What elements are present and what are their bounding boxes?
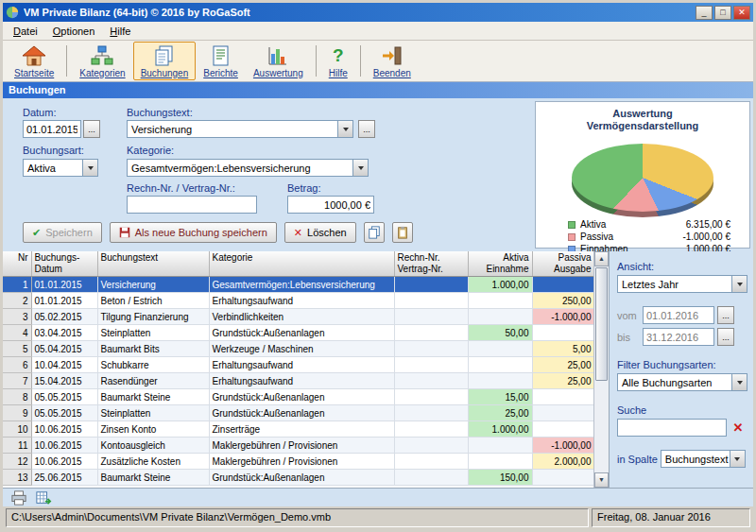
cell-datum[interactable]: 25.06.2015	[31, 470, 97, 486]
kategorie-combo[interactable]: Gesamtvermögen:Lebensversicherung	[127, 159, 369, 177]
scroll-up-icon[interactable]: ▲	[594, 251, 609, 266]
cell-datum[interactable]: 10.06.2015	[31, 454, 97, 470]
cell-passiva[interactable]: 250,00	[532, 293, 594, 309]
bis-input[interactable]	[643, 328, 714, 346]
chevron-down-icon[interactable]	[730, 451, 745, 467]
cell-kategorie[interactable]: Erhaltungsaufwand	[209, 373, 394, 389]
cell-text[interactable]: Schubkarre	[97, 357, 209, 373]
cell-rechn[interactable]	[394, 341, 468, 357]
clear-search-icon[interactable]: ✕	[730, 420, 747, 437]
cell-rechn[interactable]	[394, 357, 468, 373]
cell-kategorie[interactable]: Grundstück:Außenanlagen	[209, 325, 394, 341]
cell-text[interactable]: Steinplatten	[97, 405, 209, 421]
cell-rechn[interactable]	[394, 438, 468, 454]
table-row[interactable]: 305.02.2015Tilgung FinanzierungVerbindli…	[3, 309, 594, 325]
cell-kategorie[interactable]: Erhaltungsaufwand	[209, 293, 394, 309]
table-scrollbar[interactable]: ▲ ▼	[593, 251, 609, 488]
table-row[interactable]: 715.04.2015RasendüngerErhaltungsaufwand2…	[3, 373, 594, 389]
cell-aktiva[interactable]	[468, 454, 532, 470]
header-aktiva[interactable]: Aktiva Einnahme	[468, 251, 532, 277]
cell-passiva[interactable]	[532, 277, 594, 293]
cell-datum[interactable]: 05.04.2015	[31, 341, 97, 357]
cell-passiva[interactable]: -1.000,00	[532, 309, 594, 325]
cell-rechn[interactable]	[394, 389, 468, 405]
cell-passiva[interactable]: -1.000,00	[532, 438, 594, 454]
header-buchungstext[interactable]: Buchungstext	[97, 251, 209, 277]
cell-kategorie[interactable]: Gesamtvermögen:Lebensversicherung	[209, 277, 394, 293]
cell-text[interactable]: Beton / Estrich	[97, 293, 209, 309]
cell-text[interactable]: Baumarkt Bits	[97, 341, 209, 357]
cell-text[interactable]: Kontoausgleich	[97, 438, 209, 454]
cell-kategorie[interactable]: Grundstück:Außenanlagen	[209, 470, 394, 486]
table-row[interactable]: 610.04.2015SchubkarreErhaltungsaufwand25…	[3, 357, 594, 373]
table-row[interactable]: 1325.06.2015Baumarkt SteineGrundstück:Au…	[3, 470, 594, 486]
cell-passiva[interactable]	[532, 405, 594, 421]
rechn-nr-input[interactable]	[127, 196, 257, 214]
cell-kategorie[interactable]: Grundstück:Außenanlagen	[209, 405, 394, 421]
cell-kategorie[interactable]: Maklergebühren / Provisionen	[209, 438, 394, 454]
cell-datum[interactable]: 01.01.2015	[31, 277, 97, 293]
cell-datum[interactable]: 05.05.2015	[31, 405, 97, 421]
minimize-button[interactable]: _	[696, 6, 713, 20]
cell-nr[interactable]: 12	[3, 454, 31, 470]
toolbar-kategorien[interactable]: Kategorien	[72, 42, 132, 80]
table-row[interactable]: 1110.06.2015KontoausgleichMaklergebühren…	[3, 438, 594, 454]
cell-aktiva[interactable]	[468, 293, 532, 309]
cell-aktiva[interactable]: 1.000,00	[468, 277, 532, 293]
cell-datum[interactable]: 15.04.2015	[31, 373, 97, 389]
cell-nr[interactable]: 5	[3, 341, 31, 357]
print-button[interactable]	[9, 489, 29, 506]
cell-nr[interactable]: 8	[3, 389, 31, 405]
vom-picker-button[interactable]: ...	[717, 306, 734, 324]
scroll-thumb[interactable]	[595, 267, 608, 381]
buchungstext-more-button[interactable]: ...	[358, 120, 375, 138]
menu-datei[interactable]: Datei	[6, 24, 45, 39]
toolbar-beenden[interactable]: Beenden	[366, 42, 419, 80]
cell-aktiva[interactable]	[468, 357, 532, 373]
cell-aktiva[interactable]	[468, 309, 532, 325]
cell-text[interactable]: Versicherung	[97, 277, 209, 293]
chevron-down-icon[interactable]	[352, 160, 368, 176]
toolbar-hilfe[interactable]: ? Hilfe	[321, 42, 355, 80]
cell-datum[interactable]: 10.06.2015	[31, 421, 97, 438]
table-row[interactable]: 805.05.2015Baumarkt SteineGrundstück:Auß…	[3, 389, 594, 405]
speichern-button[interactable]: ✔ Speichern	[23, 222, 102, 243]
datum-input[interactable]	[23, 120, 81, 138]
cell-nr[interactable]: 7	[3, 373, 31, 389]
cell-datum[interactable]: 10.04.2015	[31, 357, 97, 373]
chevron-down-icon[interactable]	[731, 276, 747, 292]
cell-aktiva[interactable]	[468, 373, 532, 389]
scroll-down-icon[interactable]: ▼	[594, 472, 609, 488]
table-row[interactable]: 1010.06.2015Zinsen KontoZinserträge1.000…	[3, 421, 594, 438]
cell-rechn[interactable]	[394, 373, 468, 389]
betrag-input[interactable]	[287, 196, 374, 214]
loeschen-button[interactable]: ✕ Löschen	[284, 222, 356, 243]
paste-booking-button[interactable]	[392, 222, 413, 243]
cell-aktiva[interactable]	[468, 438, 532, 454]
suche-input[interactable]	[617, 419, 727, 437]
cell-datum[interactable]: 01.01.2015	[31, 293, 97, 309]
chevron-down-icon[interactable]	[82, 160, 97, 176]
cell-rechn[interactable]	[394, 277, 468, 293]
cell-rechn[interactable]	[394, 325, 468, 341]
ansicht-combo[interactable]: Letztes Jahr	[617, 275, 747, 293]
cell-datum[interactable]: 05.05.2015	[31, 389, 97, 405]
cell-text[interactable]: Zinsen Konto	[97, 421, 209, 438]
cell-passiva[interactable]: 2.000,00	[532, 454, 594, 470]
spalte-combo[interactable]: Buchungstext	[661, 450, 746, 468]
copy-booking-button[interactable]	[364, 222, 385, 243]
cell-rechn[interactable]	[394, 293, 468, 309]
toolbar-auswertung[interactable]: Auswertung	[246, 42, 311, 80]
bis-picker-button[interactable]: ...	[717, 328, 734, 346]
cell-rechn[interactable]	[394, 421, 468, 438]
cell-passiva[interactable]	[532, 389, 594, 405]
cell-nr[interactable]: 9	[3, 405, 31, 421]
menu-optionen[interactable]: Optionen	[45, 24, 103, 39]
cell-aktiva[interactable]: 15,00	[468, 389, 532, 405]
menu-hilfe[interactable]: Hilfe	[102, 24, 138, 39]
cell-kategorie[interactable]: Zinserträge	[209, 421, 394, 438]
cell-nr[interactable]: 4	[3, 325, 31, 341]
header-nr[interactable]: Nr	[3, 251, 31, 277]
header-kategorie[interactable]: Kategorie	[209, 251, 394, 277]
table-row[interactable]: 1210.06.2015Zusätzliche KostenMaklergebü…	[3, 454, 594, 470]
